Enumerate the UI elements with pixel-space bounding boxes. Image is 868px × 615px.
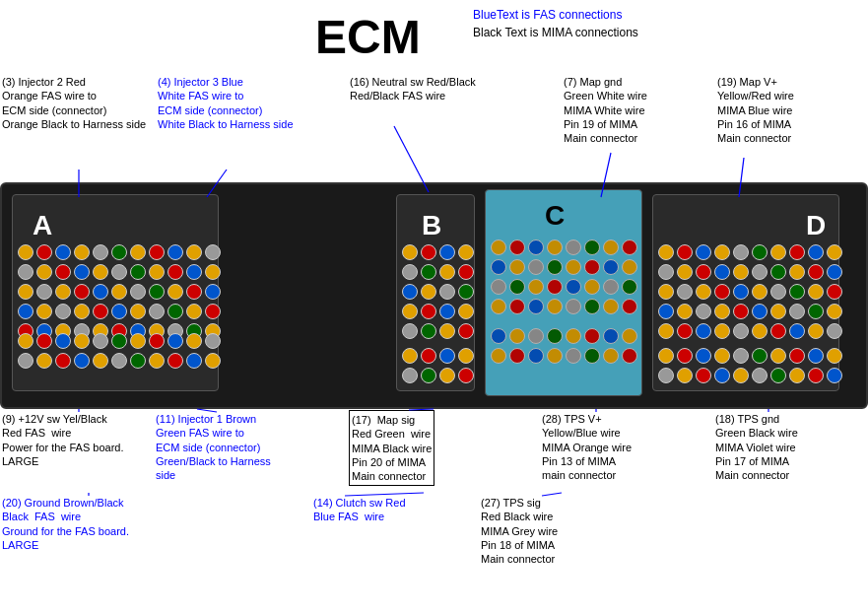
annotation-11: (11) Injector 1 BrownGreen FAS wire toEC… xyxy=(156,412,271,482)
annotation-14: (14) Clutch sw RedBlue FAS wire xyxy=(313,496,406,524)
connector-d-label: D xyxy=(806,210,826,241)
legend-blue: BlueText is FAS connections xyxy=(473,8,638,22)
annotation-16: (16) Neutral sw Red/BlackRed/Black FAS w… xyxy=(350,75,476,103)
annotation-19: (19) Map V+Yellow/Red wireMIMA Blue wire… xyxy=(717,75,794,145)
annotation-18: (18) TPS gndGreen Black wireMIMA Violet … xyxy=(715,412,798,482)
annotation-3: (3) Injector 2 RedOrange FAS wire toECM … xyxy=(2,75,146,131)
connector-b-label: B xyxy=(422,210,441,241)
annotation-28: (28) TPS V+Yellow/Blue wireMIMA Orange w… xyxy=(542,412,632,482)
annotation-17: (17) Map sigRed Green wireMIMA Black wir… xyxy=(349,410,434,486)
connector-d: D xyxy=(652,194,839,391)
ecm-image: A B C xyxy=(0,182,868,409)
connector-a-label: A xyxy=(33,210,52,241)
annotation-20: (20) Ground Brown/BlackBlack FAS wireGro… xyxy=(2,496,129,552)
connector-c: C xyxy=(485,189,642,396)
annotation-27: (27) TPS sigRed Black wireMIMA Grey wire… xyxy=(481,496,558,566)
legend-black: Black Text is MIMA connections xyxy=(473,26,638,39)
legend: BlueText is FAS connections Black Text i… xyxy=(473,8,638,39)
connector-a: A xyxy=(12,194,219,391)
connector-b: B xyxy=(396,194,475,391)
page-title: ECM xyxy=(315,10,421,64)
connector-c-label: C xyxy=(545,200,565,232)
annotation-9: (9) +12V sw Yel/BlackRed FAS wirePower f… xyxy=(2,412,124,468)
annotation-4: (4) Injector 3 BlueWhite FAS wire toECM … xyxy=(158,75,294,131)
annotation-7: (7) Map gndGreen White wireMIMA White wi… xyxy=(564,75,647,145)
